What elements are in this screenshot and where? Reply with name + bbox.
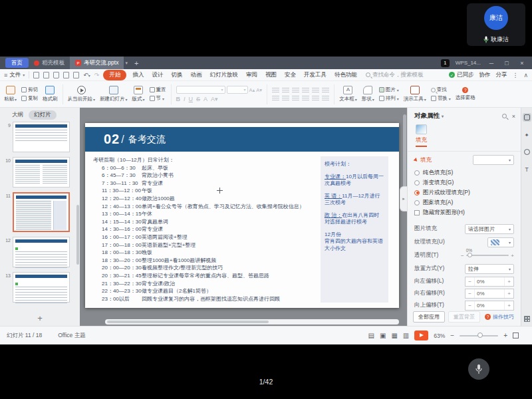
new-slide-button[interactable]: 新建幻灯片▾ [100,86,128,102]
shapes-dock-icon[interactable] [523,148,531,156]
highlight-icon[interactable]: A▾ [211,96,218,102]
cut-button[interactable]: 剪切 [21,86,38,93]
fill-tab[interactable]: 填充 [416,136,427,147]
placement-select[interactable]: 拉伸▾ [465,264,514,274]
decrease-font-icon[interactable]: A▾ [256,87,262,93]
save-icon[interactable] [53,72,59,78]
arrange-button[interactable]: 排列▾ [379,95,399,102]
panel-grid-icon[interactable] [524,316,530,322]
thumbnail-slide-13[interactable]: 13 [0,272,76,303]
justify-icon[interactable] [302,96,309,101]
line-spacing-icon[interactable] [312,88,319,93]
add-slide-button[interactable]: + [0,313,80,323]
share-button[interactable]: 分享 [495,71,507,79]
align-right-icon[interactable] [292,96,299,101]
pattern-fill-radio[interactable]: 图案填充(A) [408,198,521,207]
fill-preset-select[interactable]: ▾ [473,155,514,165]
apply-all-button[interactable]: 全部应用 [413,311,445,323]
bold-button[interactable]: B [176,96,181,102]
numbering-icon[interactable] [282,88,289,93]
find-button[interactable]: 查找 [431,86,451,93]
home-tab[interactable]: 首页 [5,58,29,68]
panel-collapse-handle[interactable]: ▸ [400,186,407,211]
present-tools-button[interactable]: 演示工具▾ [404,86,426,102]
columns-icon[interactable] [312,96,319,101]
sync-status[interactable]: ✓ 已同步 [449,71,474,79]
picture-fill-select[interactable]: 请选择图片▾ [465,224,514,234]
slide-sorter-icon[interactable]: ▦ [391,332,397,339]
thumbnail-slide-11-selected[interactable]: 11 [0,192,76,232]
reading-view-icon[interactable]: ▥ [403,332,409,339]
effects-dock-icon[interactable]: ✦ [523,130,531,139]
layout-button[interactable]: 版式▾ [132,86,145,102]
picture-fill-radio[interactable]: 图片或纹理填充(P) [408,188,521,198]
pin-icon[interactable] [502,114,507,118]
play-from-current-button[interactable]: 从当前开始▾ [68,86,96,102]
tab-design[interactable]: 设计 [150,71,165,79]
search-input[interactable]: 查找命令，搜索模板 [366,71,424,79]
section-button[interactable]: 节▾ [150,95,166,102]
tab-home-ribbon[interactable]: 开始 [103,70,126,80]
zoom-slider-thumb[interactable] [477,332,483,338]
shapes-button[interactable]: 形状▾ [362,86,374,102]
italic-button[interactable]: I [184,96,186,102]
reset-button[interactable]: 重置 [150,86,166,93]
tips-link[interactable]: ? 操作技巧 [485,313,514,321]
notes-view-icon[interactable]: ▤ [368,332,374,339]
copy-button[interactable]: 复制 [21,95,38,102]
normal-view-icon[interactable]: ▣ [380,332,386,339]
indent-decrease-icon[interactable] [292,88,299,93]
tab-transition[interactable]: 切换 [169,71,184,79]
slide-11[interactable]: 02 / 备考交流 考研后期（10—12月）日常计划： 6：00—6：30起床、… [85,123,399,308]
texture-fill-select[interactable]: ▾ [487,237,514,247]
file-menu[interactable]: ≡ 文件 ▾ [4,71,25,79]
format-painter-button[interactable]: 格式刷 [43,86,58,102]
underline-button[interactable]: U [189,96,194,102]
indent-increase-icon[interactable] [302,88,309,93]
gradient-fill-radio[interactable]: 渐变填充(G) [408,178,521,188]
section-expand-icon[interactable] [414,158,419,163]
collapse-ribbon-icon[interactable]: ∧ [523,72,528,78]
zoom-in-icon[interactable]: + [503,332,507,339]
text-direction-icon[interactable] [322,88,329,93]
chevron-down-icon[interactable]: ▾ [442,114,444,118]
outline-tab[interactable]: 大纲 [12,111,23,119]
slide-title-bar[interactable]: 02 / 备考交流 [85,127,399,152]
tab-slideshow[interactable]: 幻灯片放映 [207,71,240,79]
replace-button[interactable]: 替换▾ [431,95,451,102]
mock-exam-plan-textbox[interactable]: 模考计划： 专业课：10月以后每周一次真题模考 英 语：11月—12月进行三次模… [321,156,388,303]
new-file-icon[interactable] [33,72,39,78]
textbox-button[interactable]: A 文本框▾ [339,86,357,102]
print-icon[interactable] [63,72,69,78]
offset-right-stepper[interactable]: −0%+ [465,289,514,299]
tab-insert[interactable]: 插入 [130,71,146,79]
thumbnail-slide-10[interactable]: 10 [0,157,76,188]
tab-animation[interactable]: 动画 [188,71,203,79]
more-menu-icon[interactable]: ⋮ [512,72,518,78]
offset-left-stepper[interactable]: −0%+ [465,277,514,287]
object-properties-dock-icon[interactable] [523,113,531,122]
align-left-icon[interactable] [272,96,279,101]
minimize-button[interactable]: ─ [487,60,496,66]
solid-fill-radio[interactable]: 纯色填充(S) [408,168,521,178]
align-center-icon[interactable] [282,96,289,101]
mute-microphone-button[interactable] [468,358,489,380]
strikethrough-button[interactable]: S [196,96,200,102]
document-tab[interactable]: P 考研交流.pptx [70,57,124,69]
bullets-icon[interactable] [272,88,279,93]
zoom-out-icon[interactable]: − [450,332,454,339]
tab-review[interactable]: 审阅 [244,71,259,79]
font-family-select[interactable] [176,86,225,94]
font-color-icon[interactable]: A [203,96,207,102]
slideshow-play-button[interactable] [414,331,428,340]
hide-background-checkbox[interactable]: 隐藏背景图形(H) [408,207,521,217]
canvas-vertical-scrollbar[interactable] [403,114,406,188]
paste-button[interactable]: 粘贴▾ [4,86,17,102]
picture-button[interactable]: 图片▾ [379,86,399,93]
thumbnail-slide-9[interactable]: 9 [0,122,76,152]
open-file-icon[interactable] [43,72,49,78]
zoom-slider[interactable] [460,335,498,336]
undo-icon[interactable]: ↶▾ [83,72,90,78]
thumbnail-scrollbar[interactable] [76,205,79,265]
fit-slide-icon[interactable] [513,332,519,338]
